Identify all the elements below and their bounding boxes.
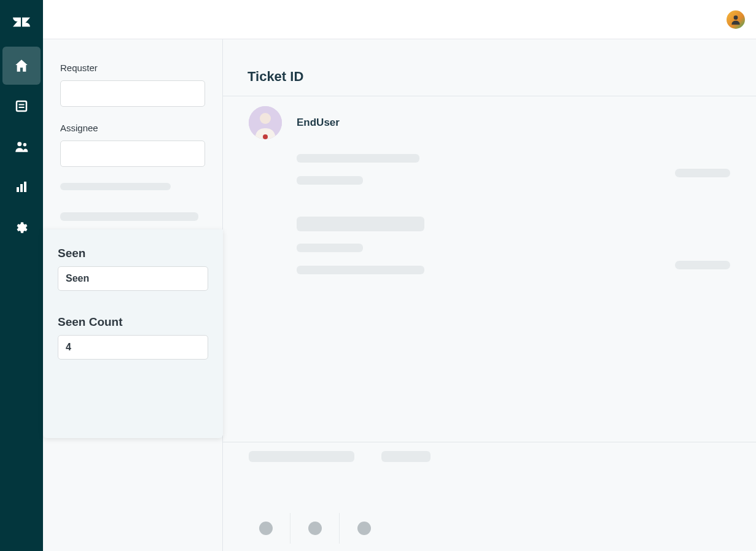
skeleton-timestamp xyxy=(675,169,730,177)
svg-rect-1 xyxy=(19,104,25,106)
skeleton-line xyxy=(297,176,363,185)
requester-avatar[interactable] xyxy=(249,106,282,139)
nav-views[interactable] xyxy=(2,87,41,125)
ticket-body: EndUser xyxy=(223,96,756,551)
seen-input[interactable] xyxy=(58,266,208,291)
svg-point-3 xyxy=(17,142,21,146)
svg-rect-6 xyxy=(20,184,23,192)
editor-action-1[interactable] xyxy=(241,513,290,544)
requester-name: EndUser xyxy=(297,117,340,129)
avatar-icon xyxy=(730,13,742,26)
nav-admin[interactable] xyxy=(2,209,41,247)
placeholder-icon xyxy=(357,522,371,535)
skeleton-line xyxy=(297,266,424,274)
ticket-requester-row: EndUser xyxy=(249,106,730,139)
top-bar xyxy=(43,0,756,39)
ticket-header: Ticket ID xyxy=(223,39,756,96)
message-block xyxy=(249,154,730,185)
requester-input[interactable] xyxy=(60,80,205,107)
ticket-title: Ticket ID xyxy=(247,69,756,85)
svg-point-4 xyxy=(23,143,26,146)
ticket-main: Ticket ID EndUser xyxy=(223,39,756,551)
ticket-sidebar: Requster Assignee Seen Seen Count xyxy=(43,39,223,551)
nav-rail xyxy=(0,0,43,551)
requester-label: Requster xyxy=(60,63,205,73)
skeleton-line xyxy=(297,154,419,163)
reply-bar xyxy=(223,442,756,462)
svg-rect-2 xyxy=(19,107,25,108)
seen-count-title: Seen Count xyxy=(58,315,208,329)
home-icon xyxy=(14,58,29,74)
placeholder-icon xyxy=(308,522,322,535)
people-icon xyxy=(14,139,29,155)
svg-rect-0 xyxy=(17,101,26,111)
nav-customers[interactable] xyxy=(2,128,41,166)
skeleton-line xyxy=(297,244,363,252)
assignee-label: Assignee xyxy=(60,123,205,133)
skeleton-reply-pill xyxy=(249,451,354,462)
skeleton-timestamp xyxy=(675,261,730,269)
editor-action-2[interactable] xyxy=(290,513,340,544)
svg-rect-7 xyxy=(24,182,26,192)
skeleton-line xyxy=(297,217,424,231)
avatar-icon xyxy=(249,106,282,139)
app-card: Seen Seen Count xyxy=(43,229,223,438)
svg-point-10 xyxy=(260,113,271,124)
seen-title: Seen xyxy=(58,247,208,260)
editor-toolbar xyxy=(241,506,389,551)
gear-icon xyxy=(14,220,29,235)
nav-reporting[interactable] xyxy=(2,168,41,206)
svg-rect-5 xyxy=(17,187,19,192)
content-area: Requster Assignee Seen Seen Count Ticket… xyxy=(43,39,756,551)
list-icon xyxy=(14,99,29,114)
skeleton-line xyxy=(60,212,198,221)
assignee-input[interactable] xyxy=(60,141,205,167)
svg-point-8 xyxy=(734,15,738,20)
seen-count-input[interactable] xyxy=(58,335,208,360)
svg-point-11 xyxy=(263,134,268,139)
editor-action-3[interactable] xyxy=(340,513,389,544)
current-user-avatar[interactable] xyxy=(727,10,745,29)
nav-home[interactable] xyxy=(2,47,41,85)
bar-chart-icon xyxy=(14,180,29,195)
skeleton-line xyxy=(60,183,171,190)
skeleton-reply-pill xyxy=(381,451,431,462)
zendesk-logo-icon xyxy=(0,0,43,44)
message-block xyxy=(249,217,730,274)
placeholder-icon xyxy=(259,522,273,535)
